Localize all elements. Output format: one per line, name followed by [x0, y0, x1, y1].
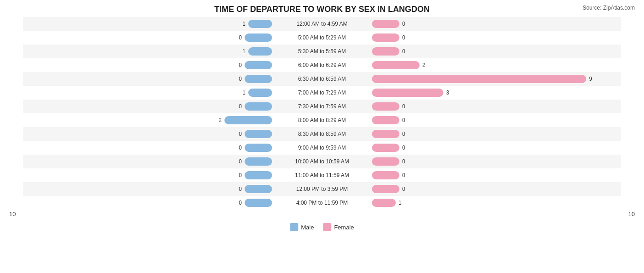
female-value: 1 [398, 200, 405, 206]
female-value: 3 [446, 89, 453, 96]
female-value: 0 [402, 21, 409, 27]
male-side: 0 [23, 157, 274, 166]
bar-male [245, 33, 272, 42]
row-label: 5:30 AM to 5:59 AM [274, 48, 370, 55]
female-side: 0 [370, 20, 621, 28]
table-row: 08:30 AM to 8:59 AM0 [23, 127, 621, 141]
bar-male [245, 171, 272, 179]
table-row: 05:00 AM to 5:29 AM0 [23, 31, 621, 45]
bar-male [248, 20, 272, 28]
male-value: 0 [235, 131, 242, 137]
male-value: 0 [235, 62, 242, 68]
table-row: 04:00 PM to 11:59 PM1 [23, 196, 621, 210]
bar-female [372, 171, 399, 179]
bar-male [245, 185, 272, 193]
table-row: 112:00 AM to 4:59 AM0 [23, 17, 621, 31]
legend-male: Male [290, 223, 314, 231]
row-label: 12:00 PM to 3:59 PM [274, 186, 370, 192]
female-value: 9 [589, 76, 595, 82]
male-value: 0 [235, 145, 242, 151]
rows-container: 112:00 AM to 4:59 AM005:00 AM to 5:29 AM… [23, 17, 621, 210]
male-side: 1 [23, 47, 274, 56]
legend-male-box [290, 223, 298, 231]
bar-male [248, 89, 272, 97]
male-value: 1 [239, 48, 246, 55]
female-value: 0 [402, 186, 409, 192]
female-side: 0 [370, 47, 621, 56]
male-side: 0 [23, 144, 274, 152]
male-side: 0 [23, 130, 274, 138]
male-value: 0 [235, 103, 242, 110]
axis-label-right: 10 [628, 211, 635, 217]
female-value: 0 [402, 34, 409, 41]
bar-female [372, 89, 443, 97]
female-value: 2 [422, 62, 429, 68]
row-label: 8:00 AM to 8:29 AM [274, 117, 370, 123]
male-value: 1 [239, 21, 246, 27]
source-text: Source: ZipAtlas.com [583, 5, 635, 11]
bar-female [372, 116, 399, 124]
legend-female: Female [323, 223, 354, 231]
bar-female [372, 20, 399, 28]
bar-female [372, 61, 420, 69]
bar-male [248, 47, 272, 56]
row-label: 10:00 AM to 10:59 AM [274, 158, 370, 165]
male-side: 1 [23, 20, 274, 28]
bar-male [245, 130, 272, 138]
legend-female-label: Female [334, 224, 354, 231]
male-value: 0 [235, 186, 242, 192]
female-value: 0 [402, 145, 409, 151]
table-row: 010:00 AM to 10:59 AM0 [23, 155, 621, 168]
bar-female [372, 185, 399, 193]
row-label: 12:00 AM to 4:59 AM [274, 21, 370, 27]
bar-male [245, 157, 272, 166]
male-value: 0 [235, 200, 242, 206]
bar-male [245, 102, 272, 111]
male-side: 1 [23, 89, 274, 97]
female-value: 0 [402, 103, 409, 110]
table-row: 17:00 AM to 7:29 AM3 [23, 86, 621, 100]
bar-female [372, 199, 396, 207]
legend-male-label: Male [301, 224, 314, 231]
bar-male [245, 199, 272, 207]
table-row: 011:00 AM to 11:59 AM0 [23, 168, 621, 182]
male-value: 2 [215, 117, 222, 123]
row-label: 4:00 PM to 11:59 PM [274, 200, 370, 206]
female-side: 0 [370, 157, 621, 166]
female-side: 0 [370, 185, 621, 193]
chart-area: 112:00 AM to 4:59 AM005:00 AM to 5:29 AM… [9, 17, 635, 235]
row-label: 7:30 AM to 7:59 AM [274, 103, 370, 110]
female-side: 9 [370, 75, 621, 83]
table-row: 28:00 AM to 8:29 AM0 [23, 113, 621, 127]
legend-female-box [323, 223, 331, 231]
bar-female [372, 33, 399, 42]
male-value: 1 [239, 89, 246, 96]
female-value: 0 [402, 48, 409, 55]
row-label: 11:00 AM to 11:59 AM [274, 172, 370, 178]
female-side: 0 [370, 116, 621, 124]
bar-male [245, 144, 272, 152]
male-side: 0 [23, 199, 274, 207]
bar-female [372, 130, 399, 138]
male-value: 0 [235, 172, 242, 178]
female-side: 0 [370, 144, 621, 152]
table-row: 09:00 AM to 9:59 AM0 [23, 141, 621, 155]
bar-female [372, 157, 399, 166]
male-side: 0 [23, 171, 274, 179]
male-value: 0 [235, 158, 242, 165]
table-row: 06:30 AM to 6:59 AM9 [23, 72, 621, 86]
bar-female [372, 144, 399, 152]
table-row: 15:30 AM to 5:59 AM0 [23, 45, 621, 58]
male-side: 0 [23, 75, 274, 83]
female-value: 0 [402, 172, 409, 178]
female-value: 0 [402, 158, 409, 165]
axis-label-left: 10 [9, 211, 16, 217]
row-label: 7:00 AM to 7:29 AM [274, 89, 370, 96]
male-side: 0 [23, 61, 274, 69]
legend: Male Female [290, 223, 354, 231]
male-value: 0 [235, 76, 242, 82]
bar-male [245, 61, 272, 69]
male-side: 0 [23, 102, 274, 111]
row-label: 6:00 AM to 6:29 AM [274, 62, 370, 68]
female-side: 0 [370, 33, 621, 42]
